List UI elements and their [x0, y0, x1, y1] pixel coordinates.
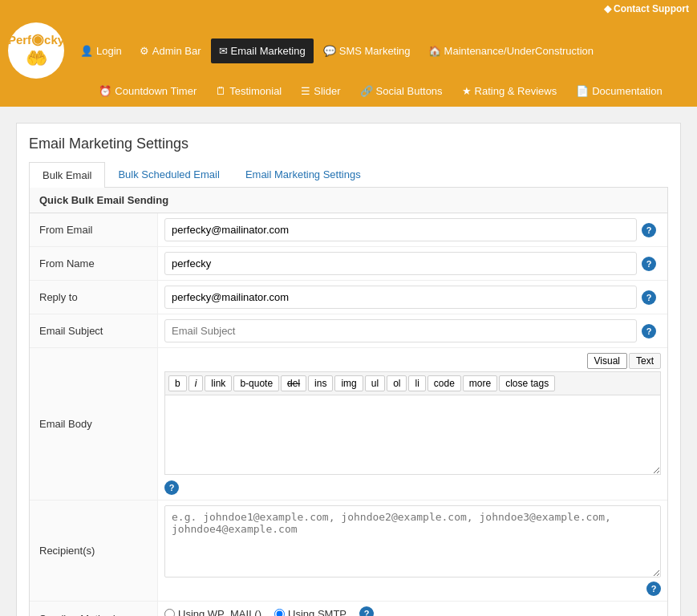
- toolbar-img[interactable]: img: [334, 375, 363, 391]
- sending-method-help-icon[interactable]: ?: [359, 606, 374, 616]
- email-subject-label: Email Subject: [30, 314, 158, 347]
- recipients-field: ?: [158, 500, 667, 601]
- tab-bulk-email[interactable]: Bulk Email: [29, 162, 105, 188]
- from-email-input[interactable]: [164, 218, 637, 241]
- toolbar-close-tags[interactable]: close tags: [499, 375, 555, 391]
- wrench-icon: 🏠: [428, 45, 441, 57]
- visual-button[interactable]: Visual: [587, 353, 627, 369]
- smtp-label: Using SMTP: [288, 608, 346, 617]
- text-button[interactable]: Text: [629, 353, 661, 369]
- envelope-icon: ✉: [219, 45, 228, 57]
- sending-method-row: Sending Method Using WP_MAIL() Using SMT…: [30, 602, 667, 616]
- nav-maintenance[interactable]: 🏠 Maintenance/UnderConstruction: [420, 38, 602, 63]
- tabs: Bulk Email Bulk Scheduled Email Email Ma…: [29, 162, 668, 188]
- recipients-help-icon[interactable]: ?: [646, 582, 661, 596]
- wp-mail-option[interactable]: Using WP_MAIL(): [164, 608, 261, 617]
- share-icon: 🔗: [360, 85, 373, 97]
- email-subject-field: ?: [158, 314, 667, 347]
- toolbar-bquote[interactable]: b-quote: [233, 375, 279, 391]
- doc-icon: 📄: [576, 85, 589, 97]
- from-name-label: From Name: [30, 247, 158, 280]
- smtp-option[interactable]: Using SMTP: [274, 608, 346, 617]
- from-email-field: ?: [158, 213, 667, 246]
- toolbar-ins[interactable]: ins: [308, 375, 333, 391]
- nav-login[interactable]: 👤 Login: [72, 38, 130, 63]
- page-title: Email Marketing Settings: [29, 136, 668, 152]
- email-body-help-icon[interactable]: ?: [164, 480, 179, 495]
- recipients-textarea[interactable]: [164, 505, 661, 578]
- from-name-field: ?: [158, 247, 667, 280]
- toolbar-ul[interactable]: ul: [365, 375, 385, 391]
- from-email-label: From Email: [30, 213, 158, 246]
- nav-email-marketing[interactable]: ✉ Email Marketing: [211, 38, 314, 63]
- logo-text: Perf◉cky: [8, 32, 64, 48]
- recipients-footer: ?: [164, 582, 661, 596]
- nav-rating[interactable]: ★ Rating & Reviews: [452, 82, 567, 100]
- contact-support-link[interactable]: ◆Contact Support: [604, 3, 689, 14]
- nav-sms-marketing[interactable]: 💬 SMS Marketing: [315, 38, 419, 63]
- sms-icon: 💬: [323, 45, 336, 57]
- diamond-icon: ◆: [604, 3, 611, 14]
- toolbar-bold[interactable]: b: [168, 375, 187, 391]
- from-email-help-icon[interactable]: ?: [642, 223, 656, 237]
- logo: Perf◉cky 🤲: [8, 22, 64, 79]
- recipients-row: Recipient(s) ?: [30, 500, 667, 602]
- smtp-radio[interactable]: [274, 609, 285, 617]
- nav-countdown-timer[interactable]: ⏰ Countdown Timer: [89, 82, 206, 100]
- form-section: Quick Bulk Email Sending From Email ? Fr…: [29, 188, 668, 616]
- editor-toolbar: b i link b-quote del ins img ul ol li co…: [164, 371, 661, 395]
- reply-to-input[interactable]: [164, 286, 637, 309]
- email-subject-row: Email Subject ?: [30, 314, 667, 348]
- nav-documentation[interactable]: 📄 Documentation: [566, 82, 671, 100]
- from-name-row: From Name ?: [30, 247, 667, 281]
- email-body-label: Email Body: [30, 348, 158, 500]
- wp-mail-label: Using WP_MAIL(): [178, 608, 261, 617]
- star-icon: ★: [462, 85, 472, 97]
- slider-icon: ☰: [301, 85, 310, 97]
- sending-method-options: Using WP_MAIL() Using SMTP ?: [164, 606, 374, 616]
- user-icon: 👤: [80, 45, 93, 57]
- email-body-help-row: ?: [164, 480, 661, 495]
- logo-hand-icon: 🤲: [8, 48, 64, 69]
- toolbar-italic[interactable]: i: [188, 375, 204, 391]
- contact-support-bar: ◆Contact Support: [0, 0, 697, 18]
- page-content: Email Marketing Settings Bulk Email Bulk…: [16, 123, 681, 616]
- sending-method-field: Using WP_MAIL() Using SMTP ?: [158, 602, 667, 616]
- email-body-field: Visual Text b i link b-quote del ins img…: [158, 348, 667, 500]
- email-subject-input[interactable]: [164, 319, 637, 342]
- secondary-nav: ⏰ Countdown Timer 🗒 Testimonial ☰ Slider…: [0, 79, 697, 107]
- visual-text-toggle: Visual Text: [164, 353, 661, 369]
- tab-email-settings[interactable]: Email Marketing Settings: [233, 162, 374, 188]
- from-name-help-icon[interactable]: ?: [642, 257, 656, 271]
- reply-to-field: ?: [158, 281, 667, 314]
- email-body-row: Email Body Visual Text b i link b-quote …: [30, 348, 667, 500]
- email-subject-help-icon[interactable]: ?: [642, 324, 656, 338]
- reply-to-help-icon[interactable]: ?: [642, 290, 656, 305]
- toolbar-li[interactable]: li: [408, 375, 425, 391]
- recipients-label: Recipient(s): [30, 500, 158, 601]
- sending-method-label: Sending Method: [30, 602, 158, 616]
- toolbar-ol[interactable]: ol: [387, 375, 407, 391]
- reply-to-row: Reply to ?: [30, 281, 667, 314]
- toolbar-more[interactable]: more: [463, 375, 497, 391]
- nav-slider[interactable]: ☰ Slider: [291, 82, 350, 100]
- toolbar-code[interactable]: code: [428, 375, 461, 391]
- quote-icon: 🗒: [216, 85, 226, 97]
- toolbar-link[interactable]: link: [205, 375, 232, 391]
- toolbar-del[interactable]: del: [281, 375, 306, 391]
- from-email-row: From Email ?: [30, 213, 667, 247]
- tab-bulk-scheduled[interactable]: Bulk Scheduled Email: [105, 162, 232, 188]
- clock-icon: ⏰: [99, 85, 111, 97]
- nav-admin-bar[interactable]: ⚙ Admin Bar: [132, 38, 209, 63]
- email-body-textarea[interactable]: [164, 395, 661, 475]
- header-main: Perf◉cky 🤲 👤 Login ⚙ Admin Bar ✉ Email M…: [0, 18, 697, 79]
- from-name-input[interactable]: [164, 252, 637, 275]
- primary-nav: 👤 Login ⚙ Admin Bar ✉ Email Marketing 💬 …: [72, 38, 602, 63]
- reply-to-label: Reply to: [30, 281, 158, 314]
- nav-social-buttons[interactable]: 🔗 Social Buttons: [351, 82, 452, 100]
- section-header: Quick Bulk Email Sending: [30, 188, 667, 213]
- nav-testimonial[interactable]: 🗒 Testimonial: [206, 82, 291, 100]
- gear-icon: ⚙: [140, 45, 149, 57]
- wp-mail-radio[interactable]: [164, 609, 175, 617]
